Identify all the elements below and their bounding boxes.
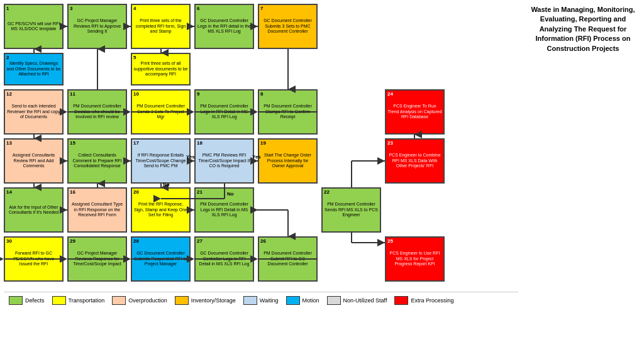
arrows-svg: Yes Yes No No (4, 4, 519, 287)
flow-wrapper: 1 GC PE/SC/VN will use RFI MS XLS/DOC te… (4, 4, 519, 287)
legend-color-transportation (52, 296, 66, 305)
legend-color-defects (9, 296, 23, 305)
legend-inventory: Inventory/Storage (175, 296, 236, 305)
legend-color-overproduction (112, 296, 126, 305)
legend-color-motion (286, 296, 300, 305)
legend-color-inventory (175, 296, 189, 305)
legend-label-transportation: Transportation (69, 297, 105, 304)
legend-color-extraprocessing (394, 296, 408, 305)
legend-nonutilized: Non-Utilized Staff (327, 296, 387, 305)
legend-overproduction: Overproduction (112, 296, 167, 305)
right-panel-title: Waste in Managing, Monitoring, Evaluatin… (526, 5, 640, 53)
legend-transportation: Transportation (52, 296, 105, 305)
svg-text:Yes: Yes (252, 154, 261, 160)
legend-color-waiting (243, 296, 257, 305)
svg-text:No: No (227, 191, 234, 197)
legend-label-motion: Motion (303, 297, 319, 304)
legend-label-inventory: Inventory/Storage (191, 297, 236, 304)
legend-label-defects: Defects (25, 297, 45, 304)
legend-defects: Defects (9, 296, 45, 305)
legend: Defects Transportation Overproduction In… (4, 292, 518, 309)
legend-label-nonutilized: Non-Utilized Staff (343, 297, 387, 304)
flow-area: 1 GC PE/SC/VN will use RFI MS XLS/DOC te… (0, 0, 522, 347)
legend-label-waiting: Waiting (260, 297, 279, 304)
legend-waiting: Waiting (243, 296, 279, 305)
main-container: 1 GC PE/SC/VN will use RFI MS XLS/DOC te… (0, 0, 644, 347)
legend-label-extraprocessing: Extra Processing (411, 297, 453, 304)
legend-extraprocessing: Extra Processing (394, 296, 453, 305)
right-panel: Waste in Managing, Monitoring, Evaluatin… (522, 0, 644, 347)
legend-color-nonutilized (327, 296, 341, 305)
svg-text:Yes: Yes (186, 154, 195, 160)
svg-text:No: No (163, 182, 170, 187)
legend-label-overproduction: Overproduction (128, 297, 167, 304)
legend-motion: Motion (286, 296, 319, 305)
